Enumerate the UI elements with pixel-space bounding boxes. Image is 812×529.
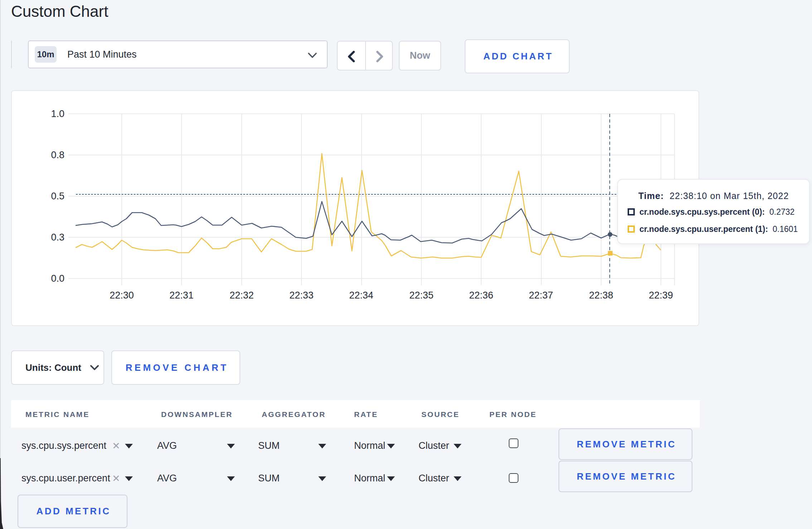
svg-text:0.8: 0.8: [51, 150, 64, 160]
svg-text:22:39: 22:39: [649, 290, 673, 301]
svg-text:22:37: 22:37: [529, 290, 553, 301]
svg-text:22:32: 22:32: [229, 290, 254, 301]
svg-text:22:35: 22:35: [409, 290, 434, 301]
svg-text:22:31: 22:31: [169, 290, 194, 301]
svg-text:0.0: 0.0: [51, 273, 64, 284]
svg-text:22:33: 22:33: [289, 290, 314, 301]
svg-text:22:36: 22:36: [469, 290, 493, 301]
svg-text:22:34: 22:34: [349, 290, 373, 301]
svg-text:1.0: 1.0: [51, 108, 64, 119]
svg-text:22:38: 22:38: [589, 290, 613, 301]
svg-text:22:30: 22:30: [110, 290, 134, 301]
svg-text:0.5: 0.5: [51, 191, 64, 202]
svg-text:0.3: 0.3: [51, 232, 64, 243]
